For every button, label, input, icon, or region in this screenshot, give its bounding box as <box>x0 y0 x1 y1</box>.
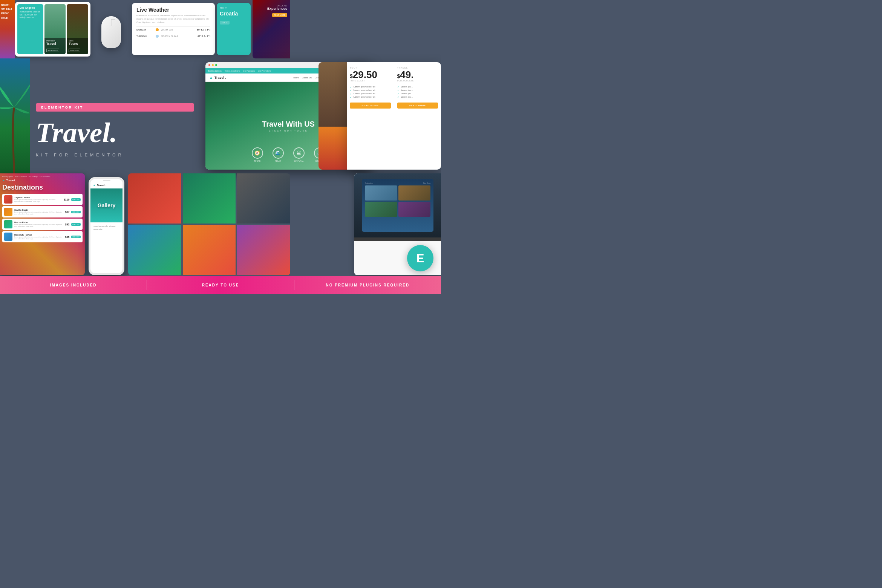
gallery-item-6 <box>237 225 290 275</box>
browser-dot-green <box>215 64 217 66</box>
gallery-item-5 <box>183 225 236 275</box>
pricing-item-1-3: ✓Lorem ipsum dolor sit <box>350 92 391 95</box>
pricing-card-tour: TOUR $29.50 FOR 1 GUEST ✓Lorem ipsum dol… <box>347 62 394 170</box>
hero-icon-cultural: 🏛 CULTURAL <box>293 147 305 162</box>
weather-row-2: TUESDAY MOSTLY CLEAR 63° F. ( - 2° ) <box>136 33 210 38</box>
dest-thumb-2 <box>4 220 12 228</box>
pricing-item-2-4: ✓Lorem ips... <box>397 96 438 98</box>
elementor-badge: ELEMENTOR KIT <box>36 103 194 112</box>
pricing-btn-2[interactable]: READ MORE <box>397 103 438 109</box>
pricing-item-1-2: ✓Lorem ipsum dolor sit <box>350 89 391 91</box>
pricing-item-2-3: ✓Lorem ips... <box>397 92 438 95</box>
tablet-mockup: Los Angeles Avenue Marina 2465 NY US | +… <box>15 2 90 57</box>
strip-text: RDUEI SELUMA PRØV IRISH <box>0 0 15 23</box>
phone-content: Lorem ipsum dolor sit amet consectetur. <box>90 222 122 233</box>
pricing-cards: TOUR $29.50 FOR 1 GUEST ✓Lorem ipsum dol… <box>347 62 441 170</box>
experiences-panel: CHECK ALL Experiences READ MORE <box>253 0 290 58</box>
top-left-strip: RDUEI SELUMA PRØV IRISH <box>0 0 15 58</box>
pricing-card-travel: TRAVEL $49. FOR 2 GUESTS ✓Lorem ips... ✓… <box>394 62 441 170</box>
laptop-screen: Destinations Best Tours <box>362 179 433 232</box>
bottom-section-3: NO PREMIUM PLUGINS REQUIRED <box>294 283 441 287</box>
dest-item-1: Seville Spain Lorem ipsum dolor sit amet… <box>2 206 83 217</box>
phone-inner: ▲ Travel . Gallery Lorem ipsum dolor sit… <box>90 179 122 273</box>
dest-thumb-3 <box>4 233 12 241</box>
hero-icon-relax: 🌊 RELAX <box>273 147 284 162</box>
laptop-elementor-panel: Destinations Best Tours E <box>354 173 441 275</box>
elementor-circle: E <box>407 245 433 271</box>
dest-item-0: Zagreb Croatia Lorem ipsum dolor sit ame… <box>2 194 83 205</box>
gallery-item-1 <box>128 173 181 224</box>
tablet-card-tours: Sales Tours BOOK NOW <box>67 4 88 54</box>
tablet-card-la: Los Angeles Avenue Marina 2465 NY US | +… <box>17 4 43 54</box>
hero-text: Travel With US CHECK OUR TOURS <box>262 120 315 132</box>
dest-mini-nav: Booking Options Term & Conditions Our Pa… <box>2 176 83 178</box>
gallery-grid <box>128 173 290 275</box>
weather-dot-2 <box>156 35 159 38</box>
bottom-section-1: IMAGES INCLUDED <box>0 283 147 287</box>
laptop-area: Destinations Best Tours <box>354 173 441 237</box>
kit-subtitle: KIT FOR ELEMENTOR <box>36 153 194 157</box>
browser-dot-yellow <box>212 64 214 66</box>
elementor-area: E <box>354 241 441 275</box>
dest-item-2: Machu Pichu Lorem ipsum dolor sit amet, … <box>2 219 83 230</box>
dest-thumb-1 <box>4 208 12 216</box>
hero-icons-row: 🧭 TOURS 🌊 RELAX 🏛 CULTURAL ⚓ CRUISES <box>252 147 325 162</box>
weather-row-1: MONDAY WARM DAY 80° F. ( + 3° ) <box>136 26 210 31</box>
main-title: Travel. <box>36 118 194 147</box>
phone-hero: Gallery <box>90 188 122 222</box>
mouse-shape <box>101 16 121 48</box>
mouse-scroll <box>111 19 115 26</box>
bottom-bar: IMAGES INCLUDED READY TO USE NO PREMIUM … <box>0 276 441 294</box>
pricing-btn-1[interactable]: READ MORE <box>350 103 391 109</box>
destinations-panel: Booking Options Term & Conditions Our Pa… <box>0 173 85 275</box>
dest-thumb-0 <box>4 195 12 204</box>
gallery-item-4 <box>128 225 181 275</box>
mouse-area <box>92 8 130 57</box>
weather-card: Live Weather Praesellus enim libero, bla… <box>132 3 215 55</box>
pricing-item-1-4: ✓Lorem ipsum dolor sit <box>350 96 391 98</box>
pricing-item-2-2: ✓Lorem ips... <box>397 89 438 91</box>
phone-mockup: ▲ Travel . Gallery Lorem ipsum dolor sit… <box>89 177 124 275</box>
dest-item-3: Honolulu Hawaii Lorem ipsum dolor sit am… <box>2 231 83 242</box>
side-photo-panel <box>318 62 349 170</box>
tablet-card-travel: Promotion Travel ASK A QUOTE <box>44 4 66 54</box>
pricing-item-2-1: ✓Lorem ips... <box>397 86 438 88</box>
hero-icon-tours: 🧭 TOURS <box>252 147 263 162</box>
experiences-bg: CHECK ALL Experiences READ MORE <box>253 0 290 58</box>
weather-dot-1 <box>156 28 159 31</box>
bottom-section-2: READY TO USE <box>147 283 294 287</box>
gallery-item-3 <box>237 173 290 224</box>
pricing-item-1-1: ✓Lorem ipsum dolor sit <box>350 86 391 88</box>
browser-dot-red <box>208 64 210 66</box>
phone-header: ▲ Travel . <box>90 182 122 188</box>
laptop-base <box>354 237 441 241</box>
gallery-item-2 <box>183 173 236 224</box>
croatia-card: TRY IT Croatia TRY IT <box>217 3 251 55</box>
